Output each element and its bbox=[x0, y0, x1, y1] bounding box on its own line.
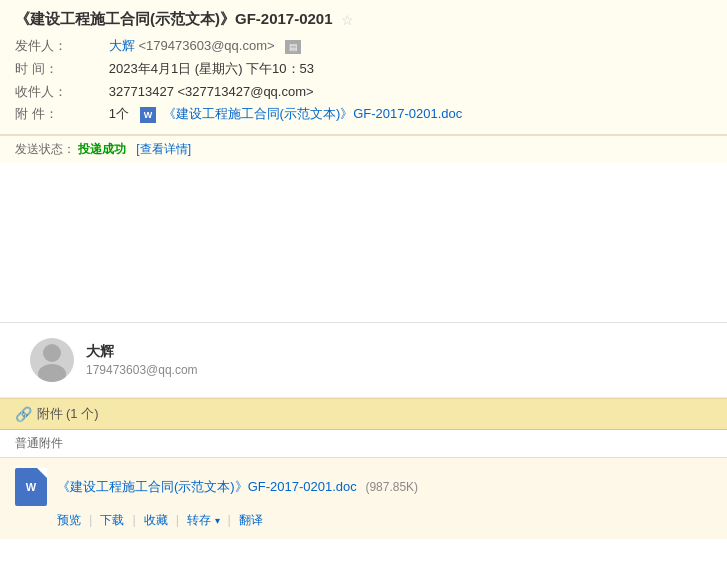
email-title-row: 《建设工程施工合同(示范文本)》GF-2017-0201 ☆ bbox=[15, 10, 712, 29]
status-bar: 发送状态： 投递成功 [查看详情] bbox=[0, 135, 727, 163]
attachment-file-row: W 《建设工程施工合同(示范文本)》GF-2017-0201.doc (987.… bbox=[15, 468, 712, 506]
paperclip-icon: 🔗 bbox=[15, 406, 32, 422]
from-label: 发件人： bbox=[15, 35, 109, 58]
attachment-header-link[interactable]: 《建设工程施工合同(示范文本)》GF-2017-0201.doc bbox=[163, 106, 463, 121]
sender-card-info: 大辉 179473603@qq.com bbox=[86, 343, 198, 377]
email-title: 《建设工程施工合同(示范文本)》GF-2017-0201 bbox=[15, 10, 333, 29]
attachment-filesize: (987.85K) bbox=[365, 480, 418, 494]
divider-3: | bbox=[176, 512, 179, 529]
attachment-meta-row: 附 件： 1个 W 《建设工程施工合同(示范文本)》GF-2017-0201.d… bbox=[15, 103, 712, 126]
divider-1: | bbox=[89, 512, 92, 529]
attachment-meta-value: 1个 W 《建设工程施工合同(示范文本)》GF-2017-0201.doc bbox=[109, 103, 712, 126]
star-icon[interactable]: ☆ bbox=[341, 12, 354, 28]
attachment-actions: 预览 | 下载 | 收藏 | 转存 ▾ | 翻译 bbox=[57, 512, 712, 529]
svg-point-1 bbox=[38, 364, 66, 382]
attachment-item: W 《建设工程施工合同(示范文本)》GF-2017-0201.doc (987.… bbox=[0, 458, 727, 539]
attachment-meta-label: 附 件： bbox=[15, 103, 109, 126]
attachment-count: (1 个) bbox=[66, 405, 99, 423]
doc-file-icon: W bbox=[15, 468, 47, 506]
sender-card-name: 大辉 bbox=[86, 343, 198, 361]
sender-email: <179473603@qq.com> bbox=[138, 38, 274, 53]
attachment-filename[interactable]: 《建设工程施工合同(示范文本)》GF-2017-0201.doc bbox=[57, 479, 357, 494]
sender-name[interactable]: 大辉 bbox=[109, 38, 135, 53]
from-row: 发件人： 大辉 <179473603@qq.com> ▤ bbox=[15, 35, 712, 58]
email-header: 《建设工程施工合同(示范文本)》GF-2017-0201 ☆ 发件人： 大辉 <… bbox=[0, 0, 727, 135]
attachment-section: 🔗 附件 (1 个) 普通附件 W 《建设工程施工合同(示范文本)》GF-201… bbox=[0, 398, 727, 539]
translate-button[interactable]: 翻译 bbox=[239, 512, 263, 529]
to-row: 收件人： 327713427 <327713427@qq.com> bbox=[15, 81, 712, 104]
time-row: 时 间： 2023年4月1日 (星期六) 下午10：53 bbox=[15, 58, 712, 81]
email-body bbox=[0, 163, 727, 323]
status-success-text: 投递成功 bbox=[78, 142, 126, 156]
status-detail-link[interactable]: [查看详情] bbox=[136, 142, 191, 156]
email-container: 《建设工程施工合同(示范文本)》GF-2017-0201 ☆ 发件人： 大辉 <… bbox=[0, 0, 727, 566]
forward-button[interactable]: 转存 ▾ bbox=[187, 512, 219, 529]
download-button[interactable]: 下载 bbox=[100, 512, 124, 529]
time-value: 2023年4月1日 (星期六) 下午10：53 bbox=[109, 58, 712, 81]
to-value: 327713427 <327713427@qq.com> bbox=[109, 81, 712, 104]
attachment-file-info: 《建设工程施工合同(示范文本)》GF-2017-0201.doc (987.85… bbox=[57, 478, 418, 496]
sender-card: 大辉 179473603@qq.com bbox=[0, 323, 727, 398]
status-label: 发送状态： bbox=[15, 142, 75, 156]
sender-card-email: 179473603@qq.com bbox=[86, 363, 198, 377]
divider-2: | bbox=[132, 512, 135, 529]
divider-4: | bbox=[228, 512, 231, 529]
to-label: 收件人： bbox=[15, 81, 109, 104]
email-meta-table: 发件人： 大辉 <179473603@qq.com> ▤ 时 间： 2023年4… bbox=[15, 35, 712, 126]
preview-button[interactable]: 预览 bbox=[57, 512, 81, 529]
address-book-icon[interactable]: ▤ bbox=[285, 40, 301, 54]
svg-point-0 bbox=[43, 344, 61, 362]
attachment-section-title: 附件 bbox=[37, 405, 63, 423]
time-label: 时 间： bbox=[15, 58, 109, 81]
from-value: 大辉 <179473603@qq.com> ▤ bbox=[109, 35, 712, 58]
attachment-count-text: 1个 bbox=[109, 106, 129, 121]
avatar-silhouette-icon bbox=[30, 338, 74, 382]
avatar bbox=[30, 338, 74, 382]
attachment-type-label: 普通附件 bbox=[0, 430, 727, 458]
collect-button[interactable]: 收藏 bbox=[144, 512, 168, 529]
attachment-inline-icon: W bbox=[140, 107, 156, 123]
attachment-header: 🔗 附件 (1 个) bbox=[0, 399, 727, 430]
